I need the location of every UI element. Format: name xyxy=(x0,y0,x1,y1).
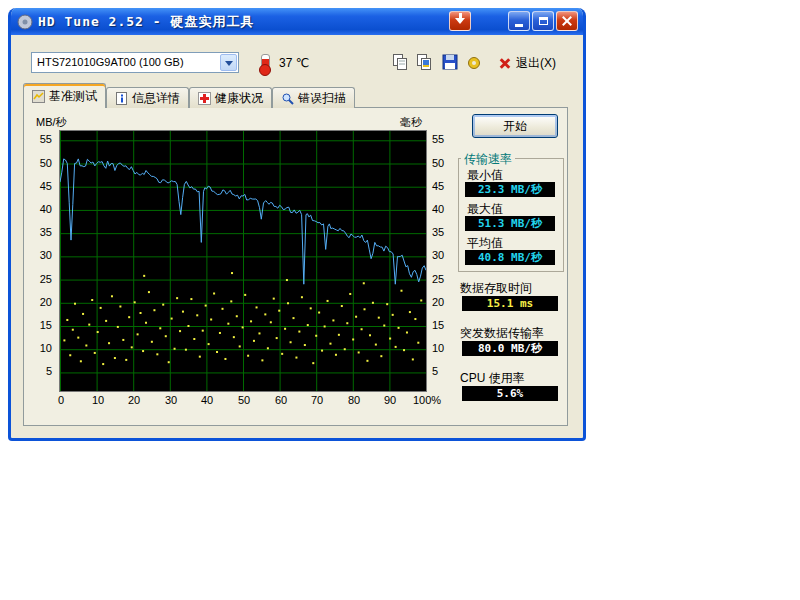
access-time-value: 15.1 ms xyxy=(462,296,558,311)
axis-tick-label: 50 xyxy=(228,394,260,406)
axis-tick-label: 50 xyxy=(28,157,54,169)
right-axis-ticks: 510152025303540455055 xyxy=(428,130,462,390)
axis-tick-label: 0 xyxy=(45,394,77,406)
download-arrow-icon xyxy=(455,13,465,29)
tab-health[interactable]: 健康状况 xyxy=(189,87,272,108)
exit-x-icon xyxy=(499,57,511,69)
chevron-down-icon[interactable] xyxy=(220,54,237,71)
axis-tick-label: 30 xyxy=(28,249,54,261)
axis-tick-label: 30 xyxy=(155,394,187,406)
temperature-value: 37 ℃ xyxy=(279,56,309,70)
axis-tick-label: 15 xyxy=(28,319,54,331)
start-button-label: 开始 xyxy=(503,118,527,135)
axis-tick-label: 45 xyxy=(28,180,54,192)
axis-tick-label: 5 xyxy=(28,365,54,377)
maximize-icon xyxy=(539,17,548,25)
tab-error-scan-label: 错误扫描 xyxy=(298,90,346,107)
health-cross-icon xyxy=(198,92,211,105)
axis-tick-label: 40 xyxy=(28,203,54,215)
axis-tick-label: 40 xyxy=(191,394,223,406)
tab-error-scan[interactable]: 错误扫描 xyxy=(272,87,355,108)
axis-tick-label: 60 xyxy=(265,394,297,406)
left-axis-title: MB/秒 xyxy=(36,115,67,130)
axis-tick-label: 90 xyxy=(374,394,406,406)
axis-tick-label: 20 xyxy=(432,296,444,308)
benchmark-chart xyxy=(59,130,427,392)
axis-tick-label: 55 xyxy=(432,133,444,145)
min-value: 23.3 MB/秒 xyxy=(465,182,555,197)
options-gear-icon xyxy=(465,53,484,72)
avg-value: 40.8 MB/秒 xyxy=(465,250,555,265)
tab-info[interactable]: 信息详情 xyxy=(106,87,189,108)
copy-image-button[interactable] xyxy=(413,51,435,73)
tab-strip: 基准测试 信息详情 健康状况 xyxy=(23,84,355,108)
axis-tick-label: 10 xyxy=(82,394,114,406)
axis-tick-label: 100% xyxy=(411,394,443,406)
max-value: 51.3 MB/秒 xyxy=(465,216,555,231)
copy-text-button[interactable] xyxy=(389,51,411,73)
copy-image-icon xyxy=(415,53,434,72)
desktop: HD Tune 2.52 - 硬盘实用工具 HTS721010G9AT00 (1… xyxy=(0,0,800,600)
axis-tick-label: 30 xyxy=(432,249,444,261)
exit-label: 退出(X) xyxy=(516,55,556,72)
right-axis-title: 毫秒 xyxy=(400,115,422,130)
exit-button[interactable]: 退出(X) xyxy=(499,53,556,73)
axis-tick-label: 25 xyxy=(28,273,54,285)
info-icon xyxy=(115,92,128,105)
access-time-label: 数据存取时间 xyxy=(460,280,532,297)
transfer-rate-group-title: 传输速率 xyxy=(461,151,515,168)
tab-info-label: 信息详情 xyxy=(132,90,180,107)
axis-tick-label: 55 xyxy=(28,133,54,145)
x-axis-ticks: 0102030405060708090100% xyxy=(59,394,429,407)
axis-tick-label: 10 xyxy=(28,342,54,354)
axis-tick-label: 25 xyxy=(432,273,444,285)
thermometer-icon xyxy=(261,54,270,71)
tab-benchmark-label: 基准测试 xyxy=(49,88,97,105)
benchmark-icon xyxy=(32,90,45,103)
start-button[interactable]: 开始 xyxy=(472,114,558,138)
axis-tick-label: 80 xyxy=(338,394,370,406)
burst-rate-label: 突发数据传输率 xyxy=(460,325,544,342)
app-icon xyxy=(17,14,33,30)
left-axis-ticks: 510152025303540455055 xyxy=(26,130,56,390)
burst-rate-value: 80.0 MB/秒 xyxy=(462,341,558,356)
axis-tick-label: 10 xyxy=(432,342,444,354)
options-button[interactable] xyxy=(463,51,485,73)
title-bar[interactable]: HD Tune 2.52 - 硬盘实用工具 xyxy=(11,8,583,35)
copy-text-icon xyxy=(391,53,410,72)
maximize-button[interactable] xyxy=(532,11,554,31)
axis-tick-label: 20 xyxy=(28,296,54,308)
axis-tick-label: 35 xyxy=(28,226,54,238)
axis-tick-label: 5 xyxy=(432,365,438,377)
tab-benchmark[interactable]: 基准测试 xyxy=(23,83,106,108)
axis-tick-label: 45 xyxy=(432,180,444,192)
close-icon xyxy=(561,15,573,27)
axis-tick-label: 40 xyxy=(432,203,444,215)
cpu-usage-label: CPU 使用率 xyxy=(460,370,525,387)
update-download-button[interactable] xyxy=(449,11,471,31)
minimize-button[interactable] xyxy=(508,11,530,31)
drive-select-combobox[interactable]: HTS721010G9AT00 (100 GB) xyxy=(31,52,239,73)
axis-tick-label: 20 xyxy=(118,394,150,406)
hdtune-window: HD Tune 2.52 - 硬盘实用工具 HTS721010G9AT00 (1… xyxy=(8,8,586,441)
close-button[interactable] xyxy=(556,11,578,31)
window-title: HD Tune 2.52 - 硬盘实用工具 xyxy=(38,13,254,31)
transfer-rate-group: 传输速率 最小值 23.3 MB/秒 最大值 51.3 MB/秒 平均值 40.… xyxy=(458,158,564,272)
save-icon xyxy=(441,53,460,72)
magnifier-icon xyxy=(281,92,294,105)
axis-tick-label: 70 xyxy=(301,394,333,406)
axis-tick-label: 35 xyxy=(432,226,444,238)
axis-tick-label: 15 xyxy=(432,319,444,331)
benchmark-tab-page: MB/秒 毫秒 510152025303540455055 5101520253… xyxy=(23,107,568,426)
tab-health-label: 健康状况 xyxy=(215,90,263,107)
drive-select-value: HTS721010G9AT00 (100 GB) xyxy=(37,56,184,68)
save-button[interactable] xyxy=(439,51,461,73)
axis-tick-label: 50 xyxy=(432,157,444,169)
benchmark-chart-svg xyxy=(60,131,426,391)
cpu-usage-value: 5.6% xyxy=(462,386,558,401)
minimize-icon xyxy=(515,24,523,27)
